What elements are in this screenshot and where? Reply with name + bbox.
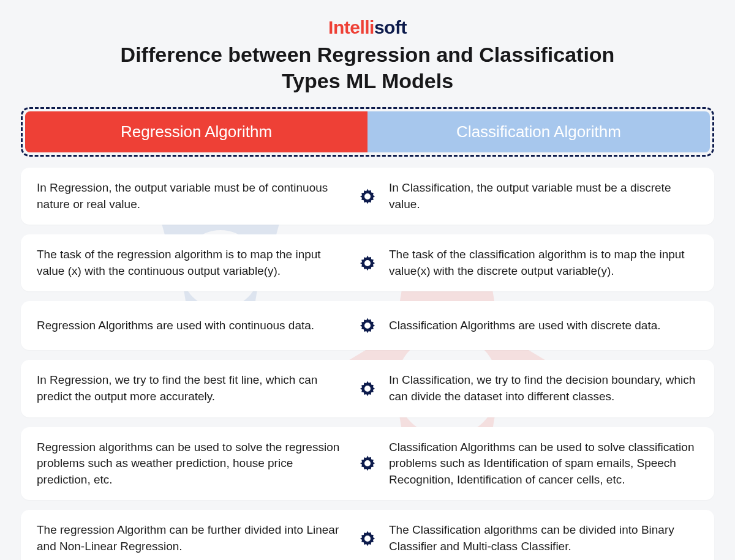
logo-part1: Intelli — [328, 17, 374, 37]
comparison-row: In Regression, the output variable must … — [21, 168, 714, 225]
logo: Intellisoft — [21, 17, 714, 38]
gear-icon — [357, 253, 378, 274]
classification-cell: In Classification, we try to find the de… — [362, 360, 714, 417]
comparison-row: Regression algorithms can be used to sol… — [21, 427, 714, 501]
page-container: Intellisoft Difference between Regressio… — [0, 0, 735, 560]
page-title: Difference between Regression and Classi… — [21, 42, 714, 94]
regression-cell: Regression Algorithms are used with cont… — [21, 301, 362, 350]
header-regression: Regression Algorithm — [25, 111, 368, 152]
header-classification: Classification Algorithm — [368, 111, 710, 152]
gear-icon — [357, 453, 378, 474]
title-line-2: Types ML Models — [282, 69, 453, 92]
classification-cell: Classification Algorithms are used with … — [362, 301, 714, 350]
gear-icon — [357, 186, 378, 207]
classification-cell: Classification Algorithms can be used to… — [362, 427, 714, 501]
classification-cell: The Classification algorithms can be div… — [362, 510, 714, 560]
regression-cell: In Regression, we try to find the best f… — [21, 360, 362, 417]
comparison-row: The task of the regression algorithm is … — [21, 234, 714, 291]
regression-cell: Regression algorithms can be used to sol… — [21, 427, 362, 501]
table-header: Regression Algorithm Classification Algo… — [21, 107, 714, 157]
logo-part2: soft — [374, 17, 407, 37]
gear-icon — [357, 528, 378, 549]
regression-cell: The regression Algorithm can be further … — [21, 510, 362, 560]
title-line-1: Difference between Regression and Classi… — [121, 43, 615, 66]
comparison-row: In Regression, we try to find the best f… — [21, 360, 714, 417]
regression-cell: In Regression, the output variable must … — [21, 168, 362, 225]
gear-icon — [357, 378, 378, 399]
classification-cell: In Classification, the output variable m… — [362, 168, 714, 225]
comparison-row: Regression Algorithms are used with cont… — [21, 301, 714, 350]
classification-cell: The task of the classification algorithm… — [362, 234, 714, 291]
regression-cell: The task of the regression algorithm is … — [21, 234, 362, 291]
comparison-rows: In Regression, the output variable must … — [21, 168, 714, 560]
comparison-row: The regression Algorithm can be further … — [21, 510, 714, 560]
gear-icon — [357, 315, 378, 336]
